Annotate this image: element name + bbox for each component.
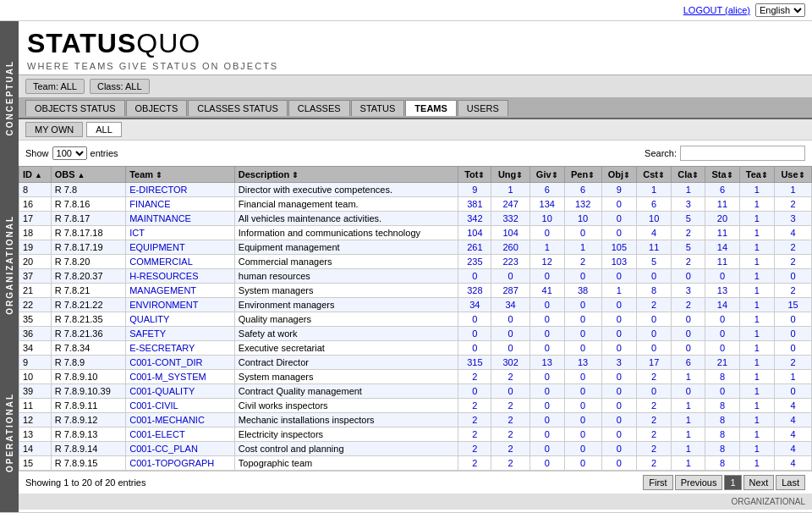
cell-giv: 0 [529,370,564,384]
cell-team[interactable]: FINANCE [126,197,235,212]
cell-obj: 3 [601,356,637,370]
tab-classes[interactable]: CLASSES [288,100,350,116]
cell-team[interactable]: C001-TOPOGRAPH [126,456,235,471]
cell-cla: 5 [672,240,705,255]
cell-use: 0 [775,269,812,284]
team-link[interactable]: H-RESOURCES [129,271,198,281]
cell-team[interactable]: E-DIRECTOR [126,183,235,197]
cell-giv: 0 [529,341,564,356]
tab-status[interactable]: STATUS [351,100,405,116]
team-link[interactable]: COMMERCIAL [129,256,193,267]
cell-team[interactable]: EQUIPMENT [126,240,235,255]
team-link[interactable]: ICT [129,228,145,238]
class-filter[interactable]: Class: ALL [90,79,150,94]
tab-classes-status[interactable]: CLASSES STATUS [188,100,288,116]
cell-team[interactable]: SAFETY [126,327,235,341]
team-link[interactable]: C001-M_SYSTEM [129,372,206,382]
table-row: 18 R 7.8.17.18 ICT Information and commu… [19,226,812,240]
cell-pen: 0 [564,226,601,240]
next-btn[interactable]: Next [743,475,775,490]
table-row: 15 R 7.8.9.15 C001-TOPOGRAPH Topographic… [19,456,812,471]
col-tea[interactable]: Tea⇕ [739,167,774,183]
team-link[interactable]: E-SECRETARY [129,343,195,353]
cell-team[interactable]: COMMERCIAL [126,255,235,269]
col-sta[interactable]: Sta⇕ [705,167,739,183]
col-id[interactable]: ID ▲ [19,167,52,183]
cell-pen: 0 [564,327,601,341]
cell-team[interactable]: ENVIRONMENT [126,298,235,312]
cell-ung: 2 [491,428,529,442]
tab-teams[interactable]: TEAMS [405,100,457,116]
cell-obs: R 7.8.16 [51,197,126,212]
cell-team[interactable]: C001-M_SYSTEM [126,370,235,384]
previous-btn[interactable]: Previous [675,475,723,490]
page-1-btn[interactable]: 1 [724,475,741,490]
team-link[interactable]: MANAGEMENT [129,285,196,295]
cell-team[interactable]: C001-CIVIL [126,399,235,413]
cell-team[interactable]: ICT [126,226,235,240]
col-ung[interactable]: Ung⇕ [491,167,529,183]
cell-ung: 34 [491,298,529,312]
cell-pen: 1 [564,240,601,255]
col-tot[interactable]: Tot⇕ [458,167,491,183]
first-btn[interactable]: First [643,475,672,490]
col-cst[interactable]: Cst⇕ [637,167,672,183]
cell-team[interactable]: C001-ELECT [126,428,235,442]
team-link[interactable]: C001-ELECT [129,429,184,439]
cell-team[interactable]: E-SECRETARY [126,341,235,356]
team-link[interactable]: C001-CIVIL [129,400,178,411]
app-logo: STATUSQUO [27,28,804,59]
tab-users[interactable]: USERS [458,100,508,116]
cell-team[interactable]: MANAGEMENT [126,284,235,298]
team-link[interactable]: ENVIRONMENT [129,300,198,310]
cell-team[interactable]: QUALITY [126,312,235,327]
pagination: First Previous 1 Next Last [643,475,805,490]
cell-pen: 38 [564,284,601,298]
last-btn[interactable]: Last [776,475,805,490]
language-select[interactable]: English [755,3,805,17]
team-link[interactable]: C001-TOPOGRAPH [129,458,214,468]
col-desc[interactable]: Description ⇕ [234,167,458,183]
team-link[interactable]: MAINTNANCE [129,213,191,223]
col-team[interactable]: Team ⇕ [126,167,235,183]
col-use[interactable]: Use⇕ [775,167,812,183]
col-obs[interactable]: OBS ▲ [51,167,126,183]
cell-id: 12 [19,413,52,428]
cell-tea: 1 [739,183,774,197]
col-pen[interactable]: Pen⇕ [564,167,601,183]
team-link[interactable]: E-DIRECTOR [129,185,187,195]
team-filter[interactable]: Team: ALL [25,79,85,94]
cell-cla: 1 [672,370,705,384]
col-giv[interactable]: Giv⇕ [529,167,564,183]
team-link[interactable]: C001-MECHANIC [129,415,205,425]
logout-link[interactable]: LOGOUT (alice) [683,5,750,15]
team-link[interactable]: C001-QUALITY [129,386,195,396]
cell-id: 16 [19,197,52,212]
team-link[interactable]: C001-CC_PLAN [129,444,198,454]
cell-cst: 2 [637,442,672,456]
entries-select[interactable]: 100 [52,146,87,160]
tab-objects-status[interactable]: OBJECTS STATUS [25,100,125,116]
col-obj[interactable]: Obj⇕ [601,167,637,183]
team-link[interactable]: C001-CONT_DIR [129,357,202,367]
cell-cla: 2 [672,255,705,269]
cell-id: 11 [19,399,52,413]
cell-team[interactable]: C001-MECHANIC [126,413,235,428]
search-input[interactable] [680,146,805,161]
cell-team[interactable]: C001-CC_PLAN [126,442,235,456]
cell-team[interactable]: MAINTNANCE [126,212,235,226]
tab-objects[interactable]: OBJECTS [126,100,188,116]
col-cla[interactable]: Cla⇕ [672,167,705,183]
team-link[interactable]: SAFETY [129,328,166,339]
cell-team[interactable]: C001-CONT_DIR [126,356,235,370]
cell-pen: 0 [564,428,601,442]
cell-team[interactable]: C001-QUALITY [126,384,235,399]
subtab-my-own[interactable]: MY OWN [25,122,83,137]
cell-tea: 1 [739,269,774,284]
team-link[interactable]: FINANCE [129,199,170,209]
cell-cst: 2 [637,428,672,442]
team-link[interactable]: EQUIPMENT [129,242,184,252]
team-link[interactable]: QUALITY [129,314,169,324]
subtab-all[interactable]: ALL [86,122,122,137]
cell-team[interactable]: H-RESOURCES [126,269,235,284]
